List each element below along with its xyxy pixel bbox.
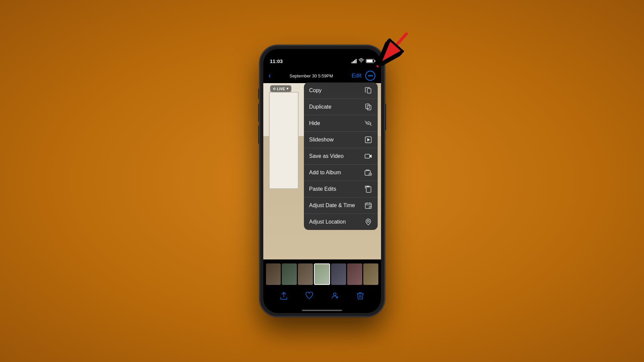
bottom-toolbar <box>263 286 381 305</box>
menu-item-add-album[interactable]: Add to Album <box>304 165 378 181</box>
menu-duplicate-label: Duplicate <box>309 104 332 110</box>
thumbnail-strip <box>263 262 381 286</box>
svg-marker-5 <box>367 138 370 141</box>
menu-slideshow-label: Slideshow <box>309 137 334 143</box>
phone-frame: 11:03 <box>259 45 385 317</box>
signal-bar-2 <box>353 61 354 63</box>
duplicate-icon <box>364 103 372 111</box>
svg-point-0 <box>361 62 362 63</box>
menu-item-paste-edits[interactable]: Paste Edits <box>304 181 378 197</box>
dynamic-island <box>302 53 342 64</box>
live-icon <box>273 87 276 90</box>
context-menu: Copy Duplicate Hide <box>304 82 378 230</box>
delete-button[interactable] <box>354 289 367 302</box>
signal-bar-4 <box>356 59 357 63</box>
signal-bar-1 <box>352 62 353 63</box>
menu-item-copy[interactable]: Copy <box>304 82 378 99</box>
live-badge[interactable]: LIVE ▾ <box>270 85 291 92</box>
more-button[interactable]: ••• <box>365 71 375 81</box>
menu-item-adjust-date[interactable]: Adjust Date & Time <box>304 197 378 214</box>
thumbnail-7[interactable] <box>363 263 378 285</box>
status-icons <box>352 58 374 64</box>
live-dot-inner <box>274 88 275 89</box>
video-icon <box>364 152 372 160</box>
back-button[interactable]: ‹ <box>269 71 271 80</box>
thumbnail-3[interactable] <box>298 263 313 285</box>
hide-icon <box>364 119 372 127</box>
nav-bar: ‹ September 30 5:59PM Edit ••• <box>263 68 381 83</box>
nav-title: September 30 5:59PM <box>289 73 333 78</box>
home-indicator <box>302 310 342 311</box>
photo-door <box>269 92 299 189</box>
menu-adjust-date-label: Adjust Date & Time <box>309 202 355 208</box>
svg-rect-1 <box>367 88 371 93</box>
edit-button[interactable]: Edit <box>352 72 361 79</box>
signal-bar-3 <box>354 60 355 63</box>
thumbnail-4-selected[interactable] <box>314 263 330 285</box>
menu-item-save-video[interactable]: Save as Video <box>304 148 378 165</box>
play-icon <box>364 136 372 144</box>
menu-copy-label: Copy <box>309 87 322 94</box>
menu-adjust-location-label: Adjust Location <box>309 219 346 225</box>
live-label: LIVE <box>277 87 285 91</box>
svg-rect-9 <box>366 187 371 192</box>
menu-paste-edits-label: Paste Edits <box>309 186 336 192</box>
menu-item-hide[interactable]: Hide <box>304 115 378 132</box>
battery-fill <box>367 60 373 62</box>
phone-screen: 11:03 <box>263 49 381 313</box>
menu-item-slideshow[interactable]: Slideshow <box>304 132 378 148</box>
menu-hide-label: Hide <box>309 120 320 126</box>
calendar-icon <box>364 201 372 209</box>
paste-icon <box>364 185 372 193</box>
menu-item-duplicate[interactable]: Duplicate <box>304 99 378 115</box>
thumbnail-1[interactable] <box>266 263 281 285</box>
thumbnail-2[interactable] <box>282 263 297 285</box>
status-time: 11:03 <box>270 58 283 64</box>
live-chevron: ▾ <box>286 86 288 91</box>
svg-point-13 <box>333 293 336 296</box>
svg-rect-6 <box>365 154 370 158</box>
menu-item-adjust-location[interactable]: Adjust Location <box>304 214 378 230</box>
location-icon <box>364 218 372 226</box>
menu-save-video-label: Save as Video <box>309 153 344 159</box>
favorite-button[interactable] <box>303 289 316 302</box>
nav-date-time: September 30 5:59PM <box>289 73 333 78</box>
share-button[interactable] <box>277 289 290 302</box>
signal-bars <box>352 59 357 63</box>
battery-icon <box>366 59 374 63</box>
wifi-icon <box>359 58 364 64</box>
nav-actions: Edit ••• <box>352 71 375 81</box>
svg-point-12 <box>367 220 369 222</box>
menu-add-album-label: Add to Album <box>309 170 341 176</box>
person-button[interactable] <box>328 289 341 302</box>
thumbnail-6[interactable] <box>347 263 362 285</box>
copy-icon <box>364 86 372 95</box>
thumbnail-5[interactable] <box>331 263 346 285</box>
power-button[interactable] <box>385 104 386 130</box>
album-icon <box>364 169 372 177</box>
